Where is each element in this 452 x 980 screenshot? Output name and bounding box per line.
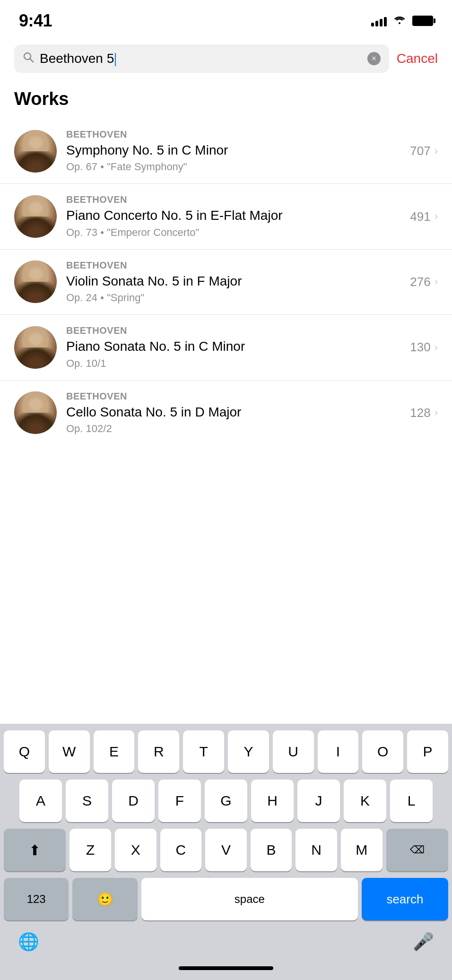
- num-key[interactable]: 123: [4, 878, 69, 920]
- search-key[interactable]: search: [362, 878, 448, 920]
- work-title-0: Symphony No. 5 in C Minor: [66, 142, 400, 159]
- cancel-button[interactable]: Cancel: [397, 51, 438, 66]
- search-query-text: Beethoven 5: [40, 51, 114, 66]
- search-icon: [23, 52, 34, 66]
- key-t[interactable]: T: [183, 730, 224, 773]
- status-bar: 9:41: [0, 0, 452, 38]
- space-key[interactable]: space: [141, 878, 358, 920]
- list-item[interactable]: BEETHOVEN Cello Sonata No. 5 in D Major …: [0, 381, 452, 445]
- section-title: Works: [14, 89, 438, 109]
- avatar: [14, 326, 57, 369]
- key-x[interactable]: X: [115, 829, 156, 871]
- signal-bars-icon: [371, 15, 387, 26]
- work-count-1: 491: [410, 209, 430, 224]
- work-title-2: Violin Sonata No. 5 in F Major: [66, 273, 400, 290]
- key-c[interactable]: C: [160, 829, 202, 871]
- key-i[interactable]: I: [318, 730, 359, 773]
- work-count-container-2: 276 ›: [410, 275, 438, 289]
- chevron-right-icon: ›: [435, 276, 438, 288]
- work-info-3: BEETHOVEN Piano Sonata No. 5 in C Minor …: [66, 325, 400, 369]
- list-item[interactable]: BEETHOVEN Violin Sonata No. 5 in F Major…: [0, 250, 452, 315]
- chevron-right-icon: ›: [435, 145, 438, 157]
- work-count-container-1: 491 ›: [410, 209, 438, 224]
- keyboard: Q W E R T Y U I O P A S D F G H J K L ⬆ …: [0, 724, 452, 980]
- composer-label-3: BEETHOVEN: [66, 325, 400, 336]
- composer-label-4: BEETHOVEN: [66, 391, 400, 402]
- key-y[interactable]: Y: [228, 730, 269, 773]
- key-o[interactable]: O: [362, 730, 403, 773]
- chevron-right-icon: ›: [435, 407, 438, 419]
- key-r[interactable]: R: [138, 730, 179, 773]
- key-m[interactable]: M: [341, 829, 382, 871]
- key-s[interactable]: S: [66, 780, 108, 822]
- beethoven-portrait-1: [14, 195, 57, 238]
- cursor: [115, 53, 116, 66]
- work-title-3: Piano Sonata No. 5 in C Minor: [66, 338, 400, 355]
- backspace-key[interactable]: ⌫: [386, 829, 448, 871]
- key-u[interactable]: U: [273, 730, 314, 773]
- work-subtitle-0: Op. 67 • "Fate Symphony": [66, 161, 400, 173]
- work-count-container-0: 707 ›: [410, 144, 438, 158]
- emoji-key[interactable]: 🙂: [72, 878, 137, 920]
- key-k[interactable]: K: [344, 780, 386, 822]
- key-h[interactable]: H: [251, 780, 294, 822]
- keyboard-row-1: Q W E R T Y U I O P: [4, 730, 448, 773]
- work-info-0: BEETHOVEN Symphony No. 5 in C Minor Op. …: [66, 129, 400, 173]
- key-v[interactable]: V: [205, 829, 247, 871]
- work-subtitle-1: Op. 73 • "Emperor Concerto": [66, 226, 400, 239]
- keyboard-row-2: A S D F G H J K L: [4, 780, 448, 822]
- shift-key[interactable]: ⬆: [4, 829, 66, 871]
- list-item[interactable]: BEETHOVEN Piano Sonata No. 5 in C Minor …: [0, 315, 452, 380]
- keyboard-row-3: ⬆ Z X C V B N M ⌫: [4, 829, 448, 871]
- key-a[interactable]: A: [19, 780, 62, 822]
- key-d[interactable]: D: [112, 780, 155, 822]
- wifi-icon: [393, 15, 406, 27]
- avatar: [14, 195, 57, 238]
- composer-label-0: BEETHOVEN: [66, 129, 400, 140]
- work-count-4: 128: [410, 406, 430, 420]
- chevron-right-icon: ›: [435, 210, 438, 223]
- composer-label-2: BEETHOVEN: [66, 260, 400, 271]
- search-bar[interactable]: Beethoven 5 ×: [14, 44, 389, 73]
- key-z[interactable]: Z: [70, 829, 111, 871]
- work-info-1: BEETHOVEN Piano Concerto No. 5 in E-Flat…: [66, 194, 400, 238]
- key-l[interactable]: L: [390, 780, 433, 822]
- work-title-1: Piano Concerto No. 5 in E-Flat Major: [66, 207, 400, 224]
- work-info-2: BEETHOVEN Violin Sonata No. 5 in F Major…: [66, 260, 400, 304]
- globe-icon[interactable]: 🌐: [18, 932, 39, 952]
- beethoven-portrait-3: [14, 326, 57, 369]
- key-p[interactable]: P: [407, 730, 448, 773]
- work-subtitle-3: Op. 10/1: [66, 357, 400, 370]
- list-item[interactable]: BEETHOVEN Piano Concerto No. 5 in E-Flat…: [0, 184, 452, 249]
- list-item[interactable]: BEETHOVEN Symphony No. 5 in C Minor Op. …: [0, 119, 452, 184]
- key-n[interactable]: N: [296, 829, 337, 871]
- home-indicator: [4, 961, 448, 980]
- works-list: BEETHOVEN Symphony No. 5 in C Minor Op. …: [0, 114, 452, 450]
- svg-line-1: [30, 59, 33, 62]
- section-header: Works: [0, 79, 452, 114]
- keyboard-bottom-row: 🌐 🎤: [4, 927, 448, 961]
- key-g[interactable]: G: [205, 780, 247, 822]
- key-w[interactable]: W: [49, 730, 90, 773]
- work-subtitle-4: Op. 102/2: [66, 423, 400, 435]
- search-input[interactable]: Beethoven 5: [40, 51, 362, 66]
- mic-icon[interactable]: 🎤: [413, 932, 434, 952]
- work-count-container-4: 128 ›: [410, 406, 438, 420]
- home-bar: [179, 966, 273, 970]
- key-b[interactable]: B: [251, 829, 292, 871]
- chevron-right-icon: ›: [435, 341, 438, 354]
- key-e[interactable]: E: [94, 730, 135, 773]
- avatar: [14, 130, 57, 173]
- beethoven-portrait-2: [14, 260, 57, 303]
- battery-icon: [412, 16, 433, 26]
- avatar: [14, 260, 57, 303]
- avatar: [14, 391, 57, 434]
- keyboard-row-4: 123 🙂 space search: [4, 878, 448, 920]
- search-container: Beethoven 5 × Cancel: [0, 38, 452, 79]
- key-j[interactable]: J: [297, 780, 340, 822]
- clear-button[interactable]: ×: [367, 52, 381, 65]
- composer-label-1: BEETHOVEN: [66, 194, 400, 205]
- key-q[interactable]: Q: [4, 730, 45, 773]
- key-f[interactable]: F: [158, 780, 201, 822]
- work-count-2: 276: [410, 275, 430, 289]
